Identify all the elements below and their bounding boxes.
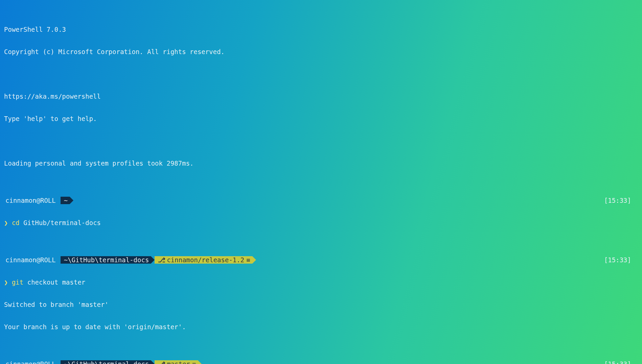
user-host-segment: cinnamon@ROLL [4,197,59,204]
branch-status-icon: ≡ [246,256,250,264]
timestamp: [15:33] [604,256,638,264]
chevron-right-icon [151,360,155,364]
timestamp: [15:33] [604,360,638,364]
chevron-right-icon [198,360,202,364]
cwd-segment: ~ [61,197,70,204]
profiles-load-time: Loading personal and system profiles too… [4,160,194,167]
branch-name: master [167,360,190,364]
prompt-arrow: ❯ [4,219,8,226]
output-text: Switched to branch 'master' [4,301,109,308]
user-host-segment: cinnamon@ROLL [4,360,59,364]
branch-segment: ⎇master≡ [155,360,198,364]
prompt-line-2: cinnamon@ROLL ~\GitHub\terminal-docs ⎇ci… [4,256,256,264]
cmd-cd: cd [12,219,20,226]
branch-icon: ⎇ [158,256,165,264]
prompt-arrow: ❯ [4,278,8,286]
branch-name: cinnamon/release-1.2 [167,256,244,264]
output-text: Your branch is up to date with 'origin/m… [4,323,186,331]
cmd-git-checkout-arg: checkout master [27,278,86,286]
ps-help-hint: Type 'help' to get help. [4,115,97,122]
cwd-segment: ~\GitHub\terminal-docs [61,256,151,264]
branch-status-icon: ≡ [192,360,196,364]
ps-link: https://aka.ms/powershell [4,93,101,100]
chevron-right-icon [252,256,256,264]
prompt-line-1: cinnamon@ROLL ~ [4,197,73,204]
branch-segment: ⎇cinnamon/release-1.2≡ [155,256,252,264]
chevron-right-icon [151,256,155,264]
terminal-window[interactable]: PowerShell 7.0.3 Copyright (c) Microsoft… [4,3,638,364]
branch-icon: ⎇ [158,360,165,364]
cmd-git: git [12,278,23,286]
cwd-segment: ~\GitHub\terminal-docs [61,360,151,364]
user-host-segment: cinnamon@ROLL [4,256,59,264]
ps-copyright: Copyright (c) Microsoft Corporation. All… [4,48,225,55]
timestamp: [15:33] [604,197,638,204]
prompt-line-3: cinnamon@ROLL ~\GitHub\terminal-docs ⎇ma… [4,360,202,364]
ps-version: PowerShell 7.0.3 [4,26,66,33]
cmd-cd-arg: GitHub/terminal-docs [23,219,101,226]
chevron-right-icon [70,197,73,204]
